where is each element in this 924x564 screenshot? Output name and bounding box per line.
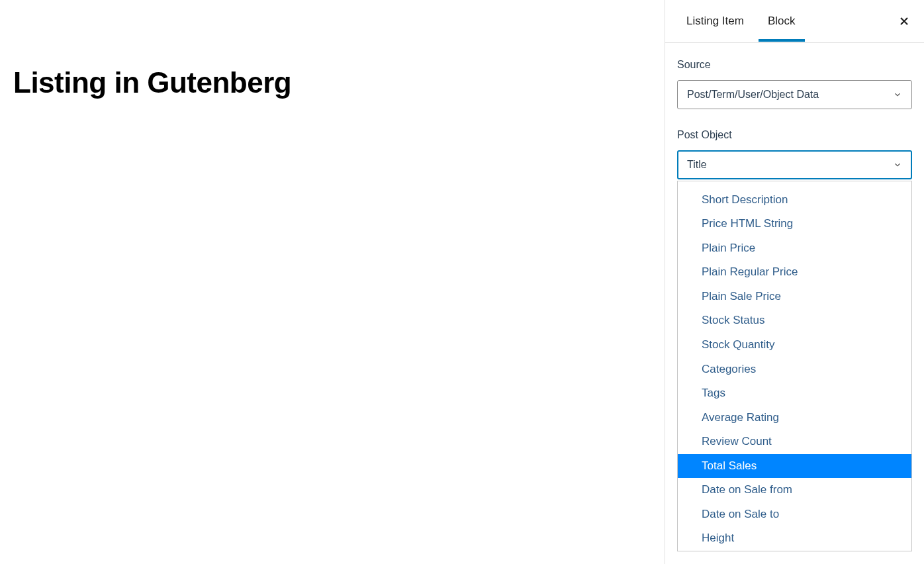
close-icon — [898, 15, 911, 28]
source-select-wrapper: Post/Term/User/Object Data — [677, 80, 912, 109]
chevron-down-icon — [893, 160, 902, 169]
post-object-select[interactable]: Title — [677, 150, 912, 179]
chevron-down-icon — [893, 90, 902, 99]
dropdown-option[interactable]: Date on Sale from — [678, 478, 911, 502]
source-select[interactable]: Post/Term/User/Object Data — [677, 80, 912, 109]
dropdown-option[interactable]: Plain Sale Price — [678, 285, 911, 309]
post-object-field-group: Post Object Title Product SlugTypeProduc… — [677, 129, 912, 179]
source-select-value: Post/Term/User/Object Data — [687, 89, 819, 101]
main-content: Listing in Gutenberg — [0, 0, 665, 564]
dropdown-option[interactable]: Plain Price — [678, 236, 911, 261]
dropdown-option[interactable]: Review Count — [678, 430, 911, 454]
dropdown-option[interactable]: Plain Regular Price — [678, 260, 911, 285]
dropdown-option[interactable]: Short Description — [678, 188, 911, 212]
dropdown-option[interactable]: Categories — [678, 357, 911, 382]
dropdown-option[interactable]: Height — [678, 526, 911, 551]
tab-block[interactable]: Block — [759, 1, 805, 42]
dropdown-option[interactable]: Average Rating — [678, 406, 911, 430]
sidebar: Listing Item Block Source Post/Term/User… — [665, 0, 924, 564]
dropdown-option[interactable]: Stock Status — [678, 308, 911, 333]
sidebar-tabs: Listing Item Block — [665, 0, 924, 43]
dropdown-option[interactable]: Total Sales — [678, 454, 911, 479]
dropdown-option[interactable]: Date on Sale to — [678, 502, 911, 527]
sidebar-content: Source Post/Term/User/Object Data Post O… — [665, 43, 924, 564]
source-label: Source — [677, 59, 912, 71]
page-title: Listing in Gutenberg — [13, 66, 651, 99]
post-object-dropdown[interactable]: Product SlugTypeProduct StatusSKUDescrip… — [677, 181, 912, 551]
close-button[interactable] — [896, 13, 912, 29]
dropdown-option[interactable]: Tags — [678, 381, 911, 406]
post-object-label: Post Object — [677, 129, 912, 141]
dropdown-option[interactable]: Price HTML String — [678, 212, 911, 236]
tab-listing-item[interactable]: Listing Item — [677, 1, 753, 42]
post-object-select-wrapper: Title Product SlugTypeProduct StatusSKUD… — [677, 150, 912, 179]
post-object-select-value: Title — [687, 159, 707, 171]
dropdown-option[interactable]: Stock Quantity — [678, 333, 911, 357]
dropdown-option[interactable]: Description — [678, 181, 911, 188]
source-field-group: Source Post/Term/User/Object Data — [677, 59, 912, 109]
